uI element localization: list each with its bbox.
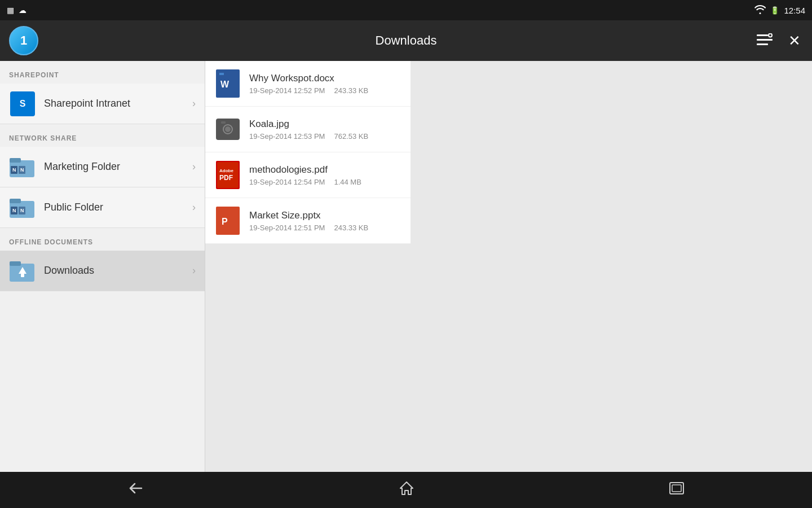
jpg-icon: [214, 113, 241, 145]
svg-text:Adobe: Adobe: [219, 168, 233, 173]
file-list-area: W Why Workspot.docx 19-Sep-2014 12:52 PM…: [205, 61, 812, 472]
svg-text:N: N: [20, 208, 24, 213]
file-meta: 19-Sep-2014 12:52 PM 243.33 KB: [249, 86, 401, 95]
sidebar-item-public-folder[interactable]: N N Public Folder ›: [0, 187, 205, 228]
svg-rect-28: [221, 121, 226, 124]
file-meta: 19-Sep-2014 12:51 PM 243.33 KB: [249, 224, 401, 232]
chevron-icon: ›: [192, 98, 196, 110]
downloads-folder-icon: [9, 257, 36, 284]
file-date: 19-Sep-2014 12:54 PM: [249, 178, 325, 186]
svg-text:P: P: [222, 217, 228, 226]
back-button[interactable]: [105, 477, 166, 503]
svg-rect-1: [757, 39, 773, 41]
status-bar-left: ▦ ☁: [7, 6, 27, 15]
sharepoint-icon: S: [9, 90, 36, 117]
section-header-sharepoint: SHAREPOINT: [0, 61, 205, 84]
chevron-icon: ›: [192, 161, 196, 173]
file-date: 19-Sep-2014 12:52 PM: [249, 86, 325, 95]
file-item-methodologies[interactable]: Adobe PDF methodologies.pdf 19-Sep-2014 …: [205, 152, 411, 198]
svg-text:N: N: [12, 208, 16, 213]
svg-rect-37: [672, 485, 681, 492]
svg-rect-2: [757, 43, 768, 45]
pptx-icon: P: [214, 205, 241, 237]
cloud-icon: ☁: [19, 6, 27, 15]
public-folder-label: Public Folder: [44, 202, 192, 213]
file-meta: 19-Sep-2014 12:54 PM 1.44 MB: [249, 178, 401, 186]
file-size: 1.44 MB: [334, 178, 361, 186]
page-title: Downloads: [376, 33, 437, 48]
file-size: 762.53 KB: [334, 132, 368, 141]
top-bar-actions: ✕: [754, 30, 803, 52]
file-info-koala: Koala.jpg 19-Sep-2014 12:53 PM 762.53 KB: [249, 119, 401, 141]
top-bar: 1 Downloads ✕: [0, 20, 812, 61]
section-header-offline-docs: OFFLINE DOCUMENTS: [0, 228, 205, 251]
downloads-label: Downloads: [44, 265, 192, 277]
file-meta: 19-Sep-2014 12:53 PM 762.53 KB: [249, 132, 401, 141]
svg-marker-35: [400, 482, 413, 494]
file-info-market-size: Market Size.pptx 19-Sep-2014 12:51 PM 24…: [249, 210, 401, 232]
svg-text:S: S: [20, 99, 26, 108]
bottom-nav: [0, 472, 812, 508]
file-item-koala[interactable]: Koala.jpg 19-Sep-2014 12:53 PM 762.53 KB: [205, 107, 411, 152]
sidebar: SHAREPOINT S Sharepoint Intranet › NETWO…: [0, 61, 205, 472]
marketing-folder-icon: N N: [9, 154, 36, 181]
chevron-icon: ›: [192, 202, 196, 213]
file-list: W Why Workspot.docx 19-Sep-2014 12:52 PM…: [205, 61, 411, 244]
close-button[interactable]: ✕: [786, 30, 803, 52]
status-bar-right: 🔋 12:54: [754, 5, 805, 16]
docx-icon: W: [214, 68, 241, 99]
pdf-icon: Adobe PDF: [214, 159, 241, 191]
file-item-why-workspot[interactable]: W Why Workspot.docx 19-Sep-2014 12:52 PM…: [205, 61, 411, 107]
svg-rect-7: [10, 158, 21, 163]
chevron-icon: ›: [192, 265, 196, 277]
home-button[interactable]: [377, 476, 436, 503]
filter-button[interactable]: [754, 31, 775, 51]
svg-text:N: N: [12, 167, 16, 173]
app-logo[interactable]: 1: [9, 26, 38, 55]
svg-text:PDF: PDF: [219, 174, 233, 182]
battery-icon: 🔋: [770, 6, 779, 15]
wifi-icon: [754, 5, 766, 16]
svg-rect-23: [219, 73, 224, 75]
svg-text:N: N: [20, 167, 24, 173]
main-content: SHAREPOINT S Sharepoint Intranet › NETWO…: [0, 61, 812, 472]
status-bar: ▦ ☁ 🔋 12:54: [0, 0, 812, 20]
file-item-market-size[interactable]: P Market Size.pptx 19-Sep-2014 12:51 PM …: [205, 198, 411, 244]
file-date: 19-Sep-2014 12:53 PM: [249, 132, 325, 141]
file-name: Why Workspot.docx: [249, 73, 401, 84]
svg-rect-19: [10, 261, 21, 266]
svg-rect-21: [21, 274, 24, 277]
sidebar-item-downloads[interactable]: Downloads ›: [0, 251, 205, 291]
file-size: 243.33 KB: [334, 86, 368, 95]
notification-icon: ▦: [7, 6, 14, 15]
file-name: Market Size.pptx: [249, 210, 401, 221]
svg-text:W: W: [220, 80, 230, 89]
sharepoint-intranet-label: Sharepoint Intranet: [44, 98, 192, 110]
file-name: methodologies.pdf: [249, 164, 401, 176]
file-info-methodologies: methodologies.pdf 19-Sep-2014 12:54 PM 1…: [249, 164, 401, 186]
marketing-folder-label: Marketing Folder: [44, 161, 192, 173]
svg-rect-32: [217, 208, 239, 234]
time-display: 12:54: [784, 6, 805, 15]
sidebar-item-marketing-folder[interactable]: N N Marketing Folder ›: [0, 147, 205, 187]
file-name: Koala.jpg: [249, 119, 401, 130]
svg-rect-13: [10, 199, 21, 203]
public-folder-icon: N N: [9, 194, 36, 221]
svg-point-27: [225, 126, 231, 132]
svg-point-3: [769, 33, 772, 37]
file-info-why-workspot: Why Workspot.docx 19-Sep-2014 12:52 PM 2…: [249, 73, 401, 95]
section-header-network-share: NETWORK SHARE: [0, 124, 205, 147]
file-size: 243.33 KB: [334, 224, 368, 232]
recent-button[interactable]: [647, 478, 707, 502]
file-date: 19-Sep-2014 12:51 PM: [249, 224, 325, 232]
svg-rect-0: [757, 34, 768, 36]
sidebar-item-sharepoint-intranet[interactable]: S Sharepoint Intranet ›: [0, 84, 205, 124]
